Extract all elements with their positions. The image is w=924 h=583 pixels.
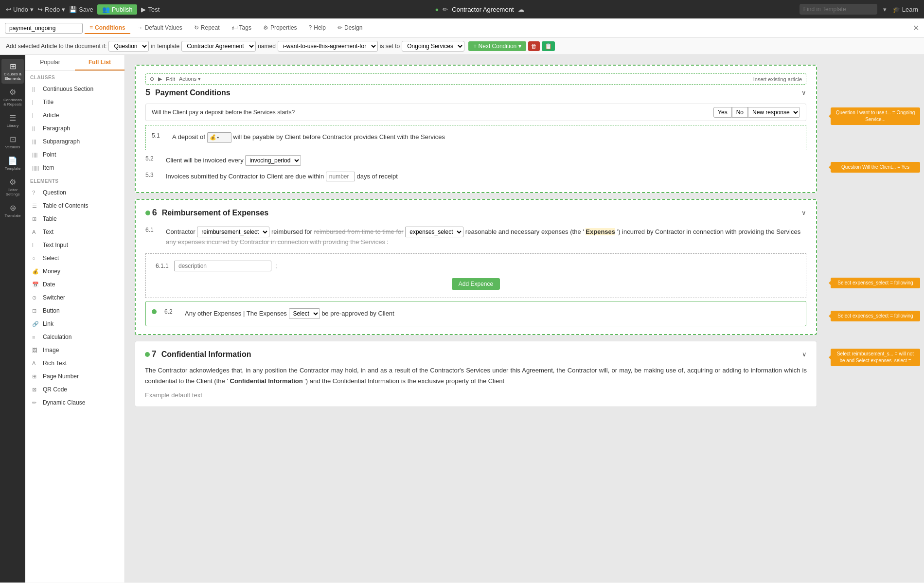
sidebar-item-dynamic-clause[interactable]: ✏ Dynamic Clause	[27, 396, 123, 409]
clause-52: 5.2 Client will be invoiced every invoci…	[145, 152, 806, 169]
search-dropdown-icon: ▾	[883, 6, 887, 13]
next-condition-button[interactable]: + Next Condition ▾	[468, 41, 526, 51]
tab-repeat[interactable]: ↻ Repeat	[189, 22, 225, 34]
description-input[interactable]	[174, 261, 271, 271]
rail-item-template[interactable]: 📄 Template	[1, 153, 24, 174]
annotation-4[interactable]: Select expenses_select = following	[831, 311, 920, 321]
sidebar-tab-popular[interactable]: Popular	[25, 55, 75, 71]
learn-button[interactable]: 🎓 Learn	[892, 6, 918, 13]
tab-design[interactable]: ✏ Design	[333, 22, 367, 34]
rule-type-select[interactable]: Question	[108, 41, 149, 52]
add-expense-button[interactable]: Add Expence	[452, 278, 500, 290]
sidebar-item-link[interactable]: 🔗 Link	[27, 318, 123, 330]
clause-51: 5.1 A deposit of 💰 ▪ will be payable by …	[152, 129, 800, 146]
rail-item-editor-settings[interactable]: ⚙ Editor Settings	[1, 175, 24, 199]
rule-value-select[interactable]: Ongoing Services	[402, 41, 464, 52]
actions-dropdown[interactable]: Actions ▾	[179, 76, 201, 82]
rule-bar: Add selected Article to the document if:…	[0, 38, 924, 55]
clause-53-num: 5.3	[145, 172, 160, 178]
clause-62-select[interactable]: Select	[289, 308, 320, 319]
sidebar-item-money[interactable]: 💰 Money	[27, 265, 123, 278]
sidebar-item-question[interactable]: ? Question	[27, 186, 123, 199]
annotation-2[interactable]: Question Will the Client... = Yes	[831, 162, 920, 173]
tab-properties[interactable]: ⚙ Properties	[258, 22, 302, 34]
sidebar-item-image[interactable]: 🖼 Image	[27, 344, 123, 356]
sidebar-item-switcher[interactable]: ⊙ Switcher	[27, 291, 123, 304]
sidebar-item-rich-text[interactable]: A Rich Text	[27, 357, 123, 370]
sidebar-item-item-label: Item	[43, 164, 54, 171]
section-7-expand[interactable]: ∨	[802, 351, 807, 358]
sidebar-item-text[interactable]: A Text	[27, 226, 123, 238]
clause-52-num: 5.2	[145, 155, 160, 162]
sidebar-item-button[interactable]: ⊡ Button	[27, 304, 123, 317]
search-input[interactable]	[800, 4, 877, 15]
edit-action[interactable]: Edit	[166, 76, 175, 82]
rail-item-clauses[interactable]: ⊞ Clauses & Elements	[1, 59, 24, 84]
sidebar-tab-fulllist[interactable]: Full List	[75, 55, 124, 71]
test-button[interactable]: ▶ Test	[141, 6, 160, 13]
delete-rule-button[interactable]: 🗑	[528, 41, 540, 51]
annotation-3[interactable]: Select expenses_select = following	[831, 278, 920, 288]
sidebar-item-paragraph[interactable]: || Paragraph	[27, 122, 123, 135]
tab-help[interactable]: ? Help	[304, 22, 331, 34]
rail-item-library[interactable]: ☰ Library	[1, 110, 24, 131]
calculation-icon: ≡	[32, 334, 40, 340]
sidebar-item-calculation-label: Calculation	[43, 334, 71, 340]
close-button[interactable]: ✕	[913, 23, 919, 33]
days-input[interactable]	[326, 172, 355, 181]
sidebar-item-date[interactable]: 📅 Date	[27, 278, 123, 291]
new-response-select[interactable]: New response	[748, 107, 800, 118]
annotation-5[interactable]: Select reimbursement_s... = will not be …	[831, 349, 920, 366]
sidebar-item-point[interactable]: |||| Point	[27, 148, 123, 161]
rule-template-select[interactable]: Contractor Agreement	[181, 41, 256, 52]
tab-tags[interactable]: 🏷 Tags	[227, 22, 256, 34]
sidebar-item-text-input[interactable]: I Text Input	[27, 239, 123, 251]
annotation-1[interactable]: Question I want to use t... = Ongoing Se…	[831, 107, 920, 125]
section-5-expand[interactable]: ∨	[801, 89, 806, 96]
sidebar-item-article[interactable]: | Article	[27, 109, 123, 122]
section-6-expand[interactable]: ∨	[801, 209, 806, 216]
sidebar-item-toc[interactable]: ☰ Table of Contents	[27, 199, 123, 212]
sidebar-item-select[interactable]: ○ Select	[27, 252, 123, 265]
redo-button[interactable]: ↪ Redo ▾	[37, 6, 65, 13]
reimbursement-select[interactable]: reimbursement_select	[197, 227, 269, 237]
sidebar-item-title[interactable]: | Title	[27, 96, 123, 108]
insert-article[interactable]: Insert existing article	[753, 76, 802, 82]
rule-variable-select[interactable]: i-want-to-use-this-agreement-for	[278, 41, 378, 52]
sidebar: Popular Full List CLAUSES || Continuous …	[25, 55, 125, 583]
expand-icon[interactable]: ⊕	[150, 76, 154, 82]
money-input-51[interactable]: 💰 ▪	[207, 132, 231, 143]
undo-button[interactable]: ↩ Undo ▾	[6, 6, 34, 13]
next-icon[interactable]: ▶	[158, 76, 162, 82]
sidebar-item-qr-code[interactable]: ⊠ QR Code	[27, 383, 123, 396]
publish-button[interactable]: 👥 Publish	[97, 4, 138, 15]
table-icon: ⊞	[32, 216, 40, 222]
repeat-icon: ↻	[194, 24, 199, 31]
tab-conditions[interactable]: ≡ Conditions	[85, 22, 130, 34]
section-5-title: Payment Conditions	[155, 88, 231, 97]
rail-item-translate[interactable]: ⊕ Translate	[1, 200, 24, 221]
sidebar-item-table[interactable]: ⊞ Table	[27, 212, 123, 225]
rail-item-versions[interactable]: ⊡ Versions	[1, 132, 24, 152]
test-label: Test	[148, 6, 160, 13]
save-button[interactable]: 💾 Save	[69, 6, 93, 13]
sidebar-item-article-label: Article	[43, 112, 59, 119]
sidebar-item-subparagraph[interactable]: ||| Subparagraph	[27, 135, 123, 148]
no-button[interactable]: No	[732, 107, 748, 118]
section-5-num: 5	[145, 88, 150, 98]
rail-item-conditions[interactable]: ⚙ Conditions & Repeats	[1, 85, 24, 109]
yes-button[interactable]: Yes	[713, 107, 732, 118]
sidebar-item-item[interactable]: ||||| Item	[27, 161, 123, 174]
copy-rule-button[interactable]: 📋	[542, 41, 555, 51]
condition-name-input[interactable]	[5, 23, 83, 34]
annot-spacer-3	[831, 177, 920, 274]
button-icon: ⊡	[32, 308, 40, 314]
sidebar-item-continuous-section[interactable]: || Continuous Section	[27, 83, 123, 95]
icon-rail: ⊞ Clauses & Elements ⚙ Conditions & Repe…	[0, 55, 25, 583]
image-icon: 🖼	[32, 347, 40, 353]
tab-default-values[interactable]: → Default Values	[132, 22, 187, 34]
expenses-select[interactable]: expenses_select	[405, 227, 463, 237]
invoicing-period-select[interactable]: invocing_period	[245, 155, 301, 166]
sidebar-item-calculation[interactable]: ≡ Calculation	[27, 331, 123, 343]
sidebar-item-page-number[interactable]: ⊞ Page Number	[27, 370, 123, 383]
